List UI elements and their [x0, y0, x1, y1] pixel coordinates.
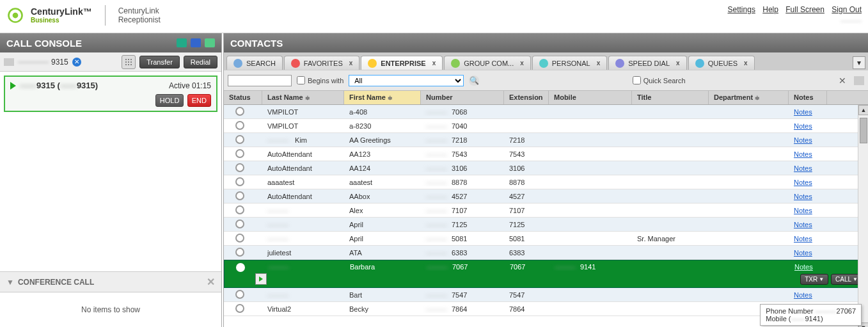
notes-link[interactable]: Notes [794, 249, 812, 257]
table-row[interactable]: AutoAttendantAA123———75437543Notes [224, 147, 868, 161]
expand-button[interactable] [255, 273, 267, 285]
dialpad-button[interactable] [122, 55, 136, 69]
tab-queues[interactable]: QUEUESx [688, 56, 755, 70]
call-toolbar: ———— 9315 ✕ Transfer Redial [0, 52, 221, 72]
notes-link[interactable]: Notes [794, 235, 812, 243]
notes-link[interactable]: Notes [794, 108, 812, 116]
table-row[interactable]: ———Bart———75477547Notes [224, 288, 868, 302]
play-icon [10, 82, 16, 90]
tab-close-icon[interactable]: x [520, 60, 524, 67]
tab-overflow-button[interactable]: ▾ [853, 56, 865, 69]
notes-link[interactable]: Notes [794, 207, 812, 214]
settings-link[interactable]: Settings [728, 5, 755, 14]
tab-personal[interactable]: PERSONALx [532, 56, 607, 70]
notes-link[interactable]: Notes [794, 122, 812, 130]
redial-button[interactable]: Redial [184, 56, 217, 68]
signout-link[interactable]: Sign Out [832, 5, 862, 14]
table-row[interactable]: ———April———50815081Sr. ManagerNotes [224, 232, 868, 246]
quick-search-checkbox[interactable]: Quick Search [633, 76, 686, 84]
tab-close-icon[interactable]: x [432, 60, 436, 67]
notes-link[interactable]: Notes [794, 150, 812, 158]
search-icon[interactable]: 🔍 [469, 76, 479, 86]
table-row[interactable]: AutoAttendantAA124———31063106Notes [224, 161, 868, 175]
tab-close-icon[interactable]: x [676, 60, 680, 67]
filter-select[interactable]: All [349, 75, 464, 86]
conference-header[interactable]: ▼CONFERENCE CALL ✕ [0, 271, 221, 292]
conference-body: No items to show [0, 292, 221, 327]
history-icon[interactable] [191, 38, 201, 47]
table-row[interactable]: VMPILOTa-408———7068Notes [224, 105, 868, 119]
tab-group-com-[interactable]: GROUP COM...x [444, 56, 531, 70]
txr-button[interactable]: TXR ▼ [800, 274, 828, 285]
search-input[interactable] [228, 75, 292, 86]
col-extension[interactable]: Extension [504, 91, 549, 104]
table-row[interactable]: ———Alex———71077107Notes [224, 203, 868, 218]
trace-icon[interactable] [177, 38, 187, 47]
notes-link[interactable]: Notes [794, 263, 813, 271]
cell-title: Sr. Manager [632, 235, 709, 243]
col-department[interactable]: Department≑ [709, 91, 789, 104]
notes-icon[interactable] [205, 38, 215, 47]
svg-point-3 [128, 59, 129, 60]
tab-enterprise[interactable]: ENTERPRISEx [361, 56, 443, 70]
cell-first-name: April [344, 235, 421, 243]
col-number[interactable]: Number [421, 91, 504, 104]
status-circle-icon [235, 191, 244, 200]
notes-link[interactable]: Notes [794, 221, 812, 228]
cell-first-name: AA124 [344, 164, 421, 172]
cell-last-name: ——— [262, 221, 344, 228]
cell-last-name: AutoAttendant [262, 164, 344, 172]
tab-label: FAVORITES [304, 60, 343, 67]
tab-label: SPEED DIAL [628, 60, 670, 67]
tab-close-icon[interactable]: x [744, 60, 748, 67]
status-circle-icon [235, 107, 244, 116]
notes-link[interactable]: Notes [794, 164, 812, 172]
svg-point-1 [13, 13, 19, 19]
clear-dial-icon[interactable]: ✕ [72, 58, 81, 67]
table-row[interactable]: AutoAttendantAAbox———45274527Notes [224, 189, 868, 203]
table-row[interactable]: ——— KimAA Greetings———72187218Notes [224, 133, 868, 147]
clear-search-icon[interactable]: ✕ [839, 76, 846, 86]
tab-close-icon[interactable]: x [349, 60, 353, 67]
col-notes[interactable]: Notes [789, 91, 827, 104]
notes-link[interactable]: Notes [794, 136, 812, 144]
scroll-thumb[interactable] [860, 118, 867, 143]
table-row[interactable]: ———April———71257125Notes [224, 218, 868, 232]
help-link[interactable]: Help [762, 5, 778, 14]
notes-link[interactable]: Notes [794, 179, 812, 186]
table-body[interactable]: VMPILOTa-408———7068NotesVMPILOTa-8230———… [224, 105, 868, 327]
scroll-up-icon[interactable]: ▲ [858, 105, 868, 115]
col-last-name[interactable]: Last Name≑ [262, 91, 344, 104]
tab-close-icon[interactable]: x [597, 60, 601, 67]
col-mobile[interactable]: Mobile [549, 91, 632, 104]
active-call-card[interactable]: ——9315 (——9315) Active 01:15 HOLD END [4, 76, 217, 112]
table-row[interactable]: ———Barbara———70677067———9141NotesTXR ▼CA… [224, 260, 868, 288]
cell-last-name: VMPILOT [262, 108, 344, 116]
status-circle-icon [235, 234, 244, 243]
cell-first-name: Becky [344, 305, 421, 313]
tab-speed-dial[interactable]: SPEED DIALx [608, 56, 686, 70]
table-row[interactable]: julietestATA———63836383Notes [224, 246, 868, 260]
tab-icon [615, 59, 624, 68]
status-circle-icon [235, 121, 244, 130]
cell-number: ———7067 [422, 263, 505, 271]
hold-button[interactable]: HOLD [155, 94, 184, 107]
begins-with-checkbox[interactable]: Begins with [297, 76, 343, 84]
col-title[interactable]: Title [632, 91, 709, 104]
col-status[interactable]: Status [224, 91, 262, 104]
table-row[interactable]: aaaatestaaatest———88788878Notes [224, 175, 868, 189]
header-links: Settings Help Full Screen Sign Out ——— [723, 5, 862, 24]
tab-favorites[interactable]: FAVORITESx [284, 56, 359, 70]
notes-link[interactable]: Notes [794, 193, 812, 200]
col-first-name[interactable]: First Name≑ [344, 91, 421, 104]
notes-link[interactable]: Notes [794, 291, 812, 299]
vertical-scrollbar[interactable]: ▲ ▼ [858, 105, 868, 327]
list-view-icon[interactable] [854, 76, 864, 85]
end-button[interactable]: END [187, 94, 211, 107]
transfer-button[interactable]: Transfer [139, 56, 180, 68]
tab-search[interactable]: SEARCH [226, 56, 283, 70]
fullscreen-link[interactable]: Full Screen [785, 5, 825, 14]
conference-close-icon[interactable]: ✕ [207, 276, 215, 288]
table-row[interactable]: VMPILOTa-8230———7040Notes [224, 119, 868, 133]
cell-extension: 3106 [504, 164, 549, 172]
